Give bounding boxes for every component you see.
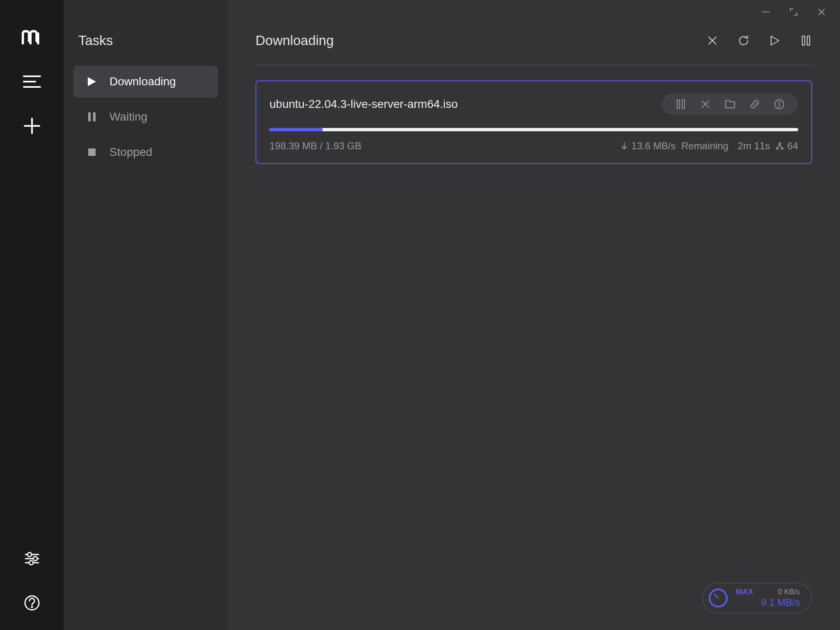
task-size: 198.39 MB / 1.93 GB bbox=[269, 140, 361, 152]
pause-icon bbox=[87, 112, 97, 122]
task-action-bar bbox=[662, 94, 798, 115]
task-delete-icon[interactable] bbox=[700, 98, 711, 110]
sidebar-item-label: Stopped bbox=[110, 146, 152, 159]
delete-task-icon[interactable] bbox=[706, 34, 719, 47]
task-remaining: Remaining 2m 11s bbox=[681, 140, 770, 152]
progress-bar bbox=[269, 128, 798, 131]
sidebar-item-downloading[interactable]: Downloading bbox=[73, 66, 218, 98]
play-icon bbox=[87, 76, 97, 87]
svg-point-10 bbox=[29, 561, 33, 565]
settings-icon[interactable] bbox=[21, 548, 43, 569]
window-close-icon[interactable] bbox=[816, 7, 827, 17]
menu-icon[interactable] bbox=[21, 71, 43, 92]
add-task-icon[interactable] bbox=[21, 115, 43, 137]
sidebar-title: Tasks bbox=[78, 33, 218, 48]
sidebar-item-label: Downloading bbox=[110, 75, 176, 88]
task-filename: ubuntu-22.04.3-live-server-arm64.iso bbox=[269, 98, 458, 111]
sidebar-item-waiting[interactable]: Waiting bbox=[73, 101, 218, 133]
speed-upload: 0 KB/s bbox=[778, 587, 800, 597]
progress-fill bbox=[269, 128, 323, 131]
window-minimize-icon[interactable] bbox=[760, 7, 771, 17]
download-arrow-icon bbox=[621, 142, 628, 150]
speed-max-label: MAX bbox=[736, 587, 753, 597]
main-title: Downloading bbox=[256, 33, 334, 48]
main-panel: Downloading ubuntu-22.04.3-live-server-a… bbox=[228, 0, 840, 630]
sidebar-item-label: Waiting bbox=[110, 110, 147, 123]
svg-marker-13 bbox=[88, 77, 96, 86]
svg-line-36 bbox=[778, 144, 780, 148]
svg-line-37 bbox=[780, 144, 782, 148]
resume-all-icon[interactable] bbox=[769, 34, 781, 47]
svg-point-12 bbox=[31, 607, 32, 608]
pause-all-icon[interactable] bbox=[800, 34, 812, 47]
main-header: Downloading bbox=[256, 0, 812, 66]
task-card[interactable]: ubuntu-22.04.3-live-server-arm64.iso bbox=[256, 80, 812, 164]
window-controls bbox=[760, 7, 827, 17]
task-speed: 13.6 MB/s bbox=[621, 140, 676, 152]
svg-rect-23 bbox=[802, 36, 805, 45]
task-connections: 64 bbox=[776, 140, 798, 152]
stop-icon bbox=[87, 147, 97, 158]
app-logo-icon[interactable] bbox=[21, 27, 43, 48]
speed-download: 9.1 MB/s bbox=[761, 596, 800, 609]
help-icon[interactable] bbox=[21, 592, 43, 614]
main-toolbar bbox=[706, 34, 812, 47]
svg-point-6 bbox=[27, 552, 32, 557]
tasks-sidebar: Tasks Downloading Waiting Stopped bbox=[64, 0, 228, 630]
svg-rect-26 bbox=[682, 100, 685, 108]
svg-rect-16 bbox=[88, 148, 96, 156]
window-maximize-icon[interactable] bbox=[788, 7, 799, 17]
task-info-icon[interactable] bbox=[774, 98, 785, 110]
sidebar-item-stopped[interactable]: Stopped bbox=[73, 136, 218, 168]
connections-icon bbox=[776, 142, 784, 150]
task-link-icon[interactable] bbox=[749, 98, 760, 110]
svg-point-8 bbox=[33, 557, 37, 561]
refresh-icon[interactable] bbox=[737, 34, 750, 47]
speedometer-icon bbox=[709, 589, 728, 607]
task-pause-icon[interactable] bbox=[675, 98, 687, 110]
svg-rect-24 bbox=[807, 36, 810, 45]
icon-bar bbox=[0, 0, 64, 630]
task-folder-icon[interactable] bbox=[724, 98, 736, 110]
svg-rect-14 bbox=[88, 112, 91, 121]
svg-point-31 bbox=[779, 102, 780, 103]
task-list: ubuntu-22.04.3-live-server-arm64.iso bbox=[256, 66, 812, 164]
svg-marker-22 bbox=[771, 36, 779, 45]
speed-badge[interactable]: MAX 0 KB/s 9.1 MB/s bbox=[702, 582, 812, 614]
svg-rect-25 bbox=[677, 100, 680, 108]
svg-rect-15 bbox=[93, 112, 96, 121]
